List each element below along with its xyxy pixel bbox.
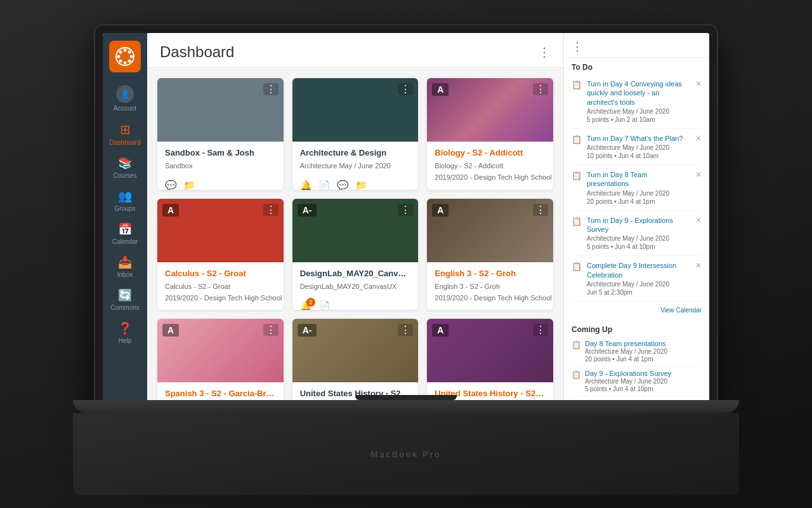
todo-icon-5: 📋	[572, 262, 582, 271]
right-panel-content: To Do 📋 Turn in Day 4 Conveying ideas qu…	[564, 58, 709, 437]
coming-meta-course-1: Architecture May / June 2020	[585, 348, 667, 355]
todo-link-3[interactable]: Turn in Day 8 Team presentations	[587, 170, 690, 189]
card-more-bio[interactable]: ⋮	[533, 83, 548, 95]
card-title-designlab[interactable]: DesignLab_MAY20_CanvasUX	[300, 269, 411, 278]
sidebar-label-groups: Groups	[115, 205, 136, 212]
page-title: Dashboard	[160, 43, 234, 61]
sidebar-item-courses[interactable]: 📚 Courses	[103, 151, 147, 184]
todo-close-3[interactable]: ✕	[695, 170, 702, 179]
app-logo[interactable]	[109, 41, 141, 72]
doc-icon[interactable]: 📄	[318, 180, 331, 190]
card-more-designlab[interactable]: ⋮	[398, 204, 413, 216]
bell-icon[interactable]: 🔔	[300, 180, 312, 190]
todo-close-2[interactable]: ✕	[695, 134, 702, 143]
card-more-calc[interactable]: ⋮	[263, 204, 278, 216]
sidebar-item-calendar[interactable]: 📅 Calendar	[103, 217, 147, 250]
card-title-sandbox[interactable]: Sandbox - Sam & Josh	[165, 148, 276, 157]
sidebar-item-dashboard[interactable]: ⊞ Dashboard	[103, 117, 147, 151]
chat-icon[interactable]: 💬	[165, 180, 177, 190]
sidebar-label-dashboard: Dashboard	[110, 139, 141, 146]
course-card-sandbox: ⋮ Sandbox - Sam & Josh Sandbox 💬 📁	[157, 78, 284, 190]
card-body-sandbox: Sandbox - Sam & Josh Sandbox	[157, 142, 284, 176]
card-more-spanish3[interactable]: ⋮	[263, 324, 278, 336]
todo-close-4[interactable]: ✕	[695, 216, 702, 225]
svg-point-2	[124, 62, 127, 65]
card-more-ushistory2[interactable]: ⋮	[533, 324, 548, 336]
card-title-calc[interactable]: Calculus - S2 - Groat	[165, 269, 276, 278]
todo-body-4: Turn in Day 9 - Explorations Survey Arch…	[587, 216, 690, 251]
todo-meta-points-3: 20 points • Jun 4 at 1pm	[587, 198, 690, 205]
todo-item-5: 📋 Complete Day 9 Intersession Celebratio…	[572, 256, 702, 302]
sidebar-item-commons[interactable]: 🔄 Commons	[103, 283, 147, 316]
card-title-eng3[interactable]: English 3 - S2 - Groh	[435, 269, 546, 278]
sidebar-label-help: Help	[119, 337, 132, 344]
account-avatar: 👤	[116, 85, 134, 103]
folder-icon[interactable]: 📁	[183, 180, 195, 190]
coming-link-2[interactable]: Day 9 - Explorations Survey	[585, 370, 671, 377]
todo-link-1[interactable]: Turn in Day 4 Conveying ideas quickly an…	[587, 79, 690, 107]
course-cards-grid: ⋮ Sandbox - Sam & Josh Sandbox 💬 📁	[147, 68, 563, 437]
card-title-arch[interactable]: Architecture & Design	[300, 148, 411, 157]
todo-body-5: Complete Day 9 Intersession Celebration …	[587, 261, 690, 296]
sidebar-item-help[interactable]: ❓ Help	[103, 316, 147, 349]
todo-item-2: 📋 Turn in Day 7 What's the Plan? Archite…	[572, 129, 702, 165]
svg-point-5	[119, 51, 122, 54]
todo-close-1[interactable]: ✕	[695, 79, 702, 88]
chat-icon[interactable]: 💬	[337, 180, 349, 190]
sidebar: 👤 Account ⊞ Dashboard 📚 Courses 👥	[103, 33, 147, 437]
coming-link-1[interactable]: Day 8 Team presentations	[585, 340, 667, 347]
view-calendar-link[interactable]: View Calendar	[660, 304, 702, 316]
todo-close-5[interactable]: ✕	[695, 261, 702, 270]
todo-body-1: Turn in Day 4 Conveying ideas quickly an…	[587, 79, 690, 123]
todo-link-2[interactable]: Turn in Day 7 What's the Plan?	[587, 134, 690, 143]
doc-icon[interactable]: 📄	[318, 300, 331, 311]
card-image-sandbox: ⋮	[157, 78, 284, 142]
card-body-arch: Architecture & Design Architecture May /…	[292, 142, 419, 176]
grade-badge-ushistory2: A	[432, 324, 449, 337]
sidebar-item-inbox[interactable]: 📥 Inbox	[103, 250, 147, 283]
todo-meta-course-1: Architecture May / June 2020	[587, 108, 690, 115]
card-subtitle-bio: Biology - S2 - Addicott	[435, 162, 503, 170]
coming-icon-1: 📋	[572, 340, 581, 349]
card-body-calc: Calculus - S2 - Groat Calculus - S2 - Gr…	[157, 262, 284, 308]
card-actions-calc: 🔔 📄 💬 📁	[157, 308, 284, 311]
grade-badge-ushistory1: A-	[298, 324, 317, 337]
card-subtitle2-eng3: 2019/2020 - Design Tech High School - S.…	[435, 294, 553, 302]
bell-with-badge[interactable]: 🔔 2	[300, 300, 312, 311]
folder-icon[interactable]: 📁	[355, 180, 367, 190]
card-body-bio: Biology - S2 - Addicott Biology - S2 - A…	[427, 142, 553, 187]
svg-point-1	[124, 49, 127, 52]
todo-meta-course-4: Architecture May / June 2020	[587, 235, 690, 242]
card-actions-arch: 🔔 📄 💬 📁	[292, 176, 419, 190]
main-content: Dashboard ⋮ ⋮ Sandbox - Sam & Josh Sandb…	[147, 33, 563, 437]
grade-badge-eng3: A	[432, 204, 449, 217]
sidebar-item-account[interactable]: 👤 Account	[103, 80, 147, 117]
coming-meta-points-2: 5 points • Jun 4 at 10pm	[585, 385, 671, 392]
todo-link-5[interactable]: Complete Day 9 Intersession Celebration	[587, 261, 690, 279]
todo-meta-points-4: 5 points • Jun 4 at 10pm	[587, 243, 690, 250]
card-more-sandbox[interactable]: ⋮	[263, 83, 278, 95]
page-header: Dashboard ⋮	[147, 33, 563, 68]
sidebar-item-groups[interactable]: 👥 Groups	[103, 184, 147, 217]
course-card-designlab: A- ⋮ DesignLab_MAY20_CanvasUX DesignLab_…	[292, 199, 419, 311]
card-subtitle-calc: Calculus - S2 - Groat	[165, 283, 230, 290]
coming-body-1: Day 8 Team presentations Architecture Ma…	[585, 340, 667, 363]
todo-link-4[interactable]: Turn in Day 9 - Explorations Survey	[587, 216, 690, 234]
card-more-ushistory1[interactable]: ⋮	[398, 324, 413, 336]
coming-up-section-label: Coming Up	[572, 320, 702, 337]
header-more-button[interactable]: ⋮	[538, 44, 551, 60]
card-image-calc: A ⋮	[157, 199, 284, 262]
card-body-eng3: English 3 - S2 - Groh English 3 - S2 - G…	[427, 262, 553, 308]
todo-icon-3: 📋	[572, 171, 582, 180]
card-image-bio: A ⋮	[427, 78, 553, 142]
coming-body-2: Day 9 - Explorations Survey Architecture…	[585, 370, 671, 392]
card-more-arch[interactable]: ⋮	[398, 83, 413, 95]
card-title-bio[interactable]: Biology - S2 - Addicott	[435, 148, 546, 157]
todo-icon-2: 📋	[572, 135, 582, 144]
todo-body-3: Turn in Day 8 Team presentations Archite…	[587, 170, 690, 205]
sidebar-label-courses: Courses	[113, 172, 136, 179]
card-subtitle-sandbox: Sandbox	[165, 162, 192, 170]
card-more-eng3[interactable]: ⋮	[533, 204, 548, 216]
todo-meta-course-5: Architecture May / June 2020	[587, 281, 690, 288]
panel-more-button[interactable]: ⋮	[572, 39, 583, 53]
